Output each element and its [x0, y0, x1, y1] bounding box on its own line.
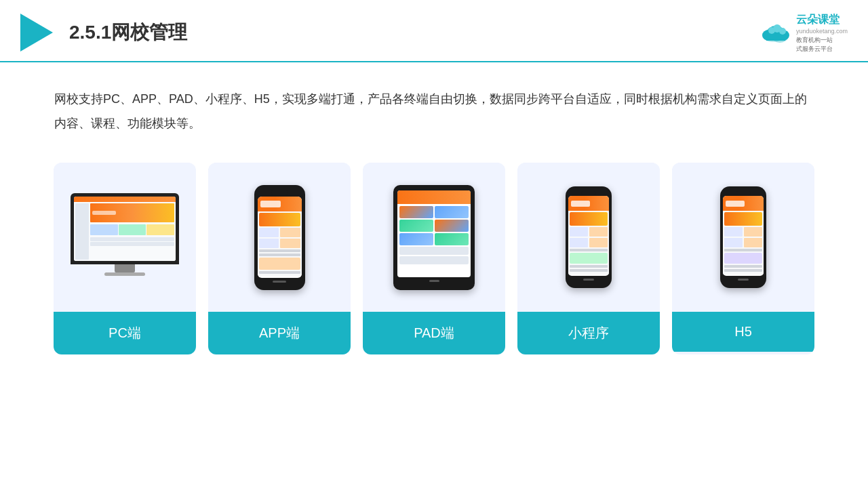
card-image-pad	[363, 163, 505, 312]
brand-tagline: 教育机构一站式服务云平台	[796, 36, 848, 53]
brand-url: yunduoketang.com	[796, 27, 848, 36]
card-image-app	[208, 163, 351, 312]
header: 2.5.1网校管理 云朵课堂 yunduoketang.com 教育机构一站式服…	[0, 0, 868, 62]
card-label-pad: PAD端	[363, 312, 505, 354]
card-app: APP端	[208, 163, 351, 354]
card-image-h5	[672, 163, 814, 312]
card-image-miniprogram	[517, 163, 660, 312]
h5-phone-notch	[736, 191, 751, 195]
page-title: 2.5.1网校管理	[69, 20, 187, 45]
card-pad: PAD端	[363, 163, 505, 354]
card-label-h5: H5	[672, 312, 814, 352]
mini-phone-screen	[568, 196, 609, 276]
brand-text: 云朵课堂 yunduoketang.com 教育机构一站式服务云平台	[796, 12, 848, 53]
cards-container: PC端	[0, 149, 868, 368]
phone-screen	[258, 197, 302, 278]
header-left: 2.5.1网校管理	[20, 14, 187, 52]
card-label-miniprogram: 小程序	[517, 312, 660, 354]
svg-rect-5	[766, 34, 785, 41]
card-image-pc	[54, 163, 196, 312]
card-h5: H5	[672, 163, 814, 354]
card-label-pc: PC端	[54, 312, 196, 354]
h5-phone-screen	[723, 196, 764, 276]
h5-phone-mockup	[720, 186, 766, 288]
cloud-icon	[760, 20, 792, 45]
brand-logo: 云朵课堂 yunduoketang.com 教育机构一站式服务云平台	[760, 12, 848, 53]
card-label-app: APP端	[208, 312, 351, 354]
header-right: 云朵课堂 yunduoketang.com 教育机构一站式服务云平台	[760, 12, 848, 53]
tablet-screen	[397, 190, 471, 277]
mini-phone-notch	[581, 191, 596, 195]
logo-triangle-icon	[20, 14, 53, 52]
mini-phone-mockup	[566, 186, 612, 288]
monitor-mockup	[67, 193, 182, 281]
tablet-mockup	[393, 185, 475, 290]
description-text: 网校支持PC、APP、PAD、小程序、H5，实现多端打通，产品各终端自由切换，数…	[0, 62, 868, 149]
brand-name: 云朵课堂	[796, 12, 848, 27]
phone-mockup	[254, 185, 305, 290]
svg-point-8	[779, 28, 786, 35]
card-miniprogram: 小程序	[517, 163, 660, 354]
card-pc: PC端	[54, 163, 196, 354]
phone-notch	[271, 190, 288, 195]
